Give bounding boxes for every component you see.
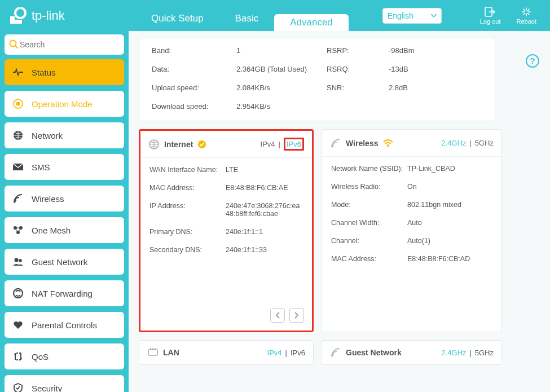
- sidebar-item-network[interactable]: Network: [5, 122, 124, 148]
- qos-icon: [12, 351, 24, 362]
- kv-label: MAC Address:: [331, 255, 407, 263]
- sidebar-item-status[interactable]: Status: [5, 59, 124, 85]
- stat-value: 2.364GB (Total Used): [236, 65, 327, 73]
- status-ok-icon: [197, 140, 206, 149]
- logout-button[interactable]: Log out: [480, 7, 501, 25]
- sidebar: Status Operation Mode Network SMS Wirele…: [0, 31, 129, 392]
- sidebar-item-sms[interactable]: SMS: [5, 154, 124, 180]
- wireless-details: Network Name (SSID):TP-Link_CBAD Wireles…: [322, 157, 501, 281]
- lan-panel-header[interactable]: LAN IPv4 | IPv6: [139, 340, 314, 365]
- help-button[interactable]: ?: [525, 54, 540, 71]
- separator: |: [469, 139, 471, 147]
- lan-ipv4-tab[interactable]: IPv4: [267, 349, 282, 357]
- svg-rect-1: [10, 16, 15, 24]
- top-tabs: Quick Setup Basic Advanced: [135, 0, 349, 31]
- main-content: ? Band: 1 RSRP: -98dBm Data: 2.364GB (To…: [129, 31, 550, 392]
- sidebar-item-qos[interactable]: QoS: [5, 343, 124, 369]
- sidebar-item-parental-controls[interactable]: Parental Controls: [5, 312, 124, 338]
- kv-value: 240e:47e:3068:276c:ea48:b8ff:fef6:cbae: [226, 202, 303, 218]
- lan-icon: [147, 348, 159, 357]
- guest-panel-header[interactable]: Guest Network 2.4GHz | 5GHz: [322, 340, 502, 365]
- sidebar-item-label: Security: [32, 384, 62, 393]
- pulse-icon: [12, 68, 24, 77]
- sidebar-item-onemesh[interactable]: One Mesh: [5, 217, 124, 243]
- svg-point-15: [16, 102, 20, 106]
- top-actions: Log out Reboot: [480, 7, 550, 25]
- stat-label: Download speed:: [152, 102, 236, 111]
- tab-basic[interactable]: Basic: [219, 6, 275, 31]
- sidebar-item-security[interactable]: Security: [5, 375, 124, 392]
- pager: [270, 308, 304, 323]
- panel-row: Internet IPv4 | IPv6 WAN Interface Name:…: [139, 129, 550, 332]
- stat-label: RSRQ:: [327, 65, 389, 73]
- kv-label: Wireless Radio:: [331, 183, 407, 191]
- sidebar-item-wireless[interactable]: Wireless: [5, 186, 124, 212]
- lan-ipv6-tab[interactable]: IPv6: [291, 349, 305, 357]
- kv-value: On: [407, 183, 492, 191]
- svg-text:?: ?: [530, 56, 535, 65]
- guest-24-tab[interactable]: 2.4GHz: [441, 349, 466, 357]
- search-box[interactable]: [5, 34, 124, 55]
- internet-panel: Internet IPv4 | IPv6 WAN Interface Name:…: [139, 129, 314, 332]
- svg-point-0: [15, 8, 25, 18]
- kv-label: Secondary DNS:: [149, 246, 226, 254]
- svg-line-11: [523, 13, 525, 15]
- internet-title: Internet: [164, 140, 193, 149]
- stat-value: 2.084KB/s: [236, 83, 327, 92]
- reboot-button[interactable]: Reboot: [517, 7, 536, 25]
- stat-label: SNR:: [327, 83, 389, 92]
- ipv4-tab[interactable]: IPv4: [261, 140, 275, 148]
- nat-icon: [12, 288, 24, 298]
- stat-value: -13dB: [389, 65, 456, 73]
- search-input[interactable]: [19, 39, 120, 50]
- tab-quick-setup[interactable]: Quick Setup: [135, 6, 219, 31]
- kv-label: IP Address:: [149, 202, 226, 218]
- sidebar-item-label: QoS: [32, 352, 49, 362]
- mail-icon: [12, 163, 24, 171]
- kv-value: 240e:1f:1::33: [226, 246, 303, 254]
- svg-line-10: [528, 9, 530, 11]
- stat-label: Upload speed:: [152, 83, 236, 92]
- stat-label: RSRP:: [327, 46, 389, 55]
- kv-label: MAC Address:: [149, 184, 226, 192]
- sidebar-item-operation-mode[interactable]: Operation Mode: [5, 91, 124, 117]
- kv-label: Channel:: [331, 237, 407, 245]
- band-5-tab[interactable]: 5GHz: [475, 139, 494, 147]
- language-value: English: [388, 11, 413, 20]
- signal-icon: [12, 193, 24, 204]
- stat-value: 2.954KB/s: [236, 102, 327, 111]
- kv-label: Mode:: [331, 201, 407, 209]
- sidebar-item-nat-forwarding[interactable]: NAT Forwarding: [5, 280, 124, 306]
- svg-rect-2: [15, 20, 22, 24]
- kv-label: Primary DNS:: [149, 228, 226, 236]
- stat-label: Data:: [152, 65, 236, 73]
- sidebar-item-guest-network[interactable]: Guest Network: [5, 249, 124, 275]
- sidebar-item-label: SMS: [32, 162, 50, 172]
- svg-point-30: [388, 146, 389, 147]
- ipv6-tab[interactable]: IPv6: [284, 138, 304, 151]
- sidebar-item-label: NAT Forwarding: [32, 289, 93, 298]
- globe-icon: [148, 139, 160, 150]
- sidebar-item-label: Operation Mode: [32, 99, 93, 109]
- chevron-down-icon: [431, 14, 437, 17]
- page-prev-button[interactable]: [270, 308, 285, 323]
- guest-5-tab[interactable]: 5GHz: [475, 349, 494, 357]
- signal-icon: [330, 347, 341, 358]
- band-24-tab[interactable]: 2.4GHz: [441, 139, 466, 147]
- language-select[interactable]: English: [382, 8, 442, 24]
- help-icon: ?: [525, 54, 540, 68]
- kv-value: E8:48:B8:F6:CB:AE: [226, 184, 303, 192]
- sidebar-item-label: Guest Network: [32, 257, 87, 267]
- svg-rect-31: [148, 350, 157, 355]
- kv-value: 802.11bgn mixed: [407, 201, 492, 209]
- kv-value: TP-Link_CBAD: [407, 165, 492, 173]
- header-bar: tp-link Quick Setup Basic Advanced Engli…: [0, 0, 550, 31]
- reboot-label: Reboot: [517, 18, 536, 25]
- tab-advanced[interactable]: Advanced: [274, 14, 349, 31]
- wireless-title: Wireless: [346, 139, 378, 148]
- sidebar-item-label: Parental Controls: [32, 320, 97, 330]
- separator: |: [279, 140, 280, 148]
- svg-point-22: [15, 258, 19, 262]
- svg-point-23: [19, 259, 22, 262]
- page-next-button[interactable]: [289, 308, 304, 323]
